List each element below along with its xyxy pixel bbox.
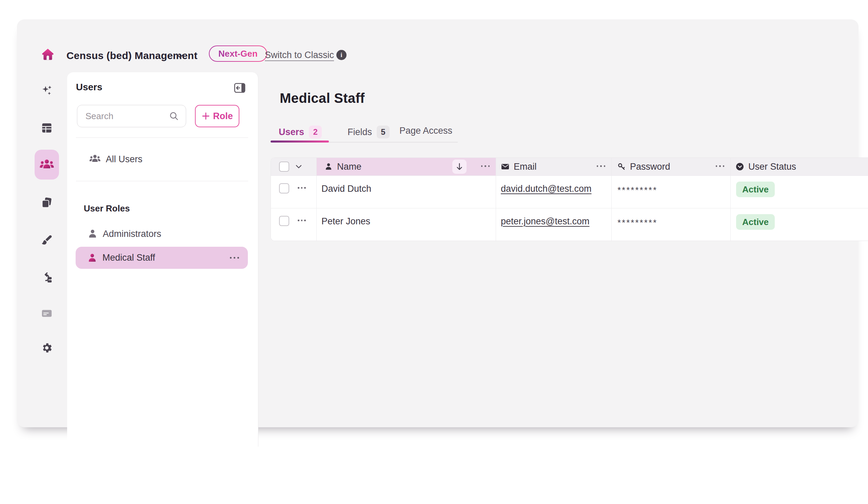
column-header-label: Email (514, 162, 537, 172)
billing-card-icon[interactable] (41, 307, 53, 319)
chevron-down-icon[interactable] (295, 164, 302, 169)
envelope-icon (501, 162, 510, 171)
column-menu-ellipsis-icon[interactable] (481, 165, 490, 167)
cell-name: Peter Jones (321, 216, 370, 227)
key-icon (617, 162, 626, 171)
table-row: Peter Jones peter.jones@test.com *******… (271, 208, 868, 241)
styles-brush-icon[interactable] (41, 234, 53, 246)
tab-count-badge: 5 (377, 125, 390, 139)
column-header-label: User Status (748, 162, 796, 172)
person-icon (87, 229, 98, 239)
cell-password: ********* (618, 185, 658, 195)
plus-icon (202, 112, 210, 121)
role-item-label: Administrators (103, 229, 162, 239)
page-title: Medical Staff (280, 91, 365, 106)
add-role-button-label: Role (213, 111, 233, 121)
users-group-icon (89, 153, 101, 165)
panel-collapse-icon[interactable] (234, 82, 246, 93)
page: Census (bed) Management Next-Gen Switch … (0, 0, 868, 504)
tab-page-access[interactable]: Page Access (400, 125, 452, 136)
row-menu-ellipsis-icon[interactable] (298, 220, 306, 221)
divider (76, 138, 248, 138)
search-icon[interactable] (169, 111, 179, 121)
home-icon[interactable] (41, 47, 55, 61)
info-icon[interactable]: i (336, 50, 347, 60)
column-header-label: Name (337, 162, 361, 172)
users-icon[interactable] (39, 158, 54, 172)
cell-password: ********* (618, 218, 658, 228)
ai-sparkles-icon[interactable] (41, 84, 53, 97)
person-icon (324, 162, 333, 171)
pages-copy-icon[interactable] (41, 196, 53, 209)
column-header-password[interactable]: Password (612, 158, 731, 175)
settings-gear-icon[interactable] (41, 342, 53, 354)
workflow-icon[interactable] (41, 271, 53, 283)
role-item-administrators[interactable]: Administrators (76, 224, 248, 244)
chevron-down-icon[interactable] (176, 53, 185, 59)
column-header-user-status[interactable]: User Status (731, 158, 868, 175)
app-window: Census (bed) Management Next-Gen Switch … (17, 19, 858, 427)
role-menu-ellipsis-icon[interactable] (230, 257, 239, 259)
status-circle-icon (735, 162, 744, 171)
row-menu-ellipsis-icon[interactable] (298, 187, 306, 189)
tab-fields[interactable]: Fields 5 (348, 125, 390, 139)
search-input[interactable] (85, 111, 170, 121)
column-menu-ellipsis-icon[interactable] (716, 165, 725, 167)
add-role-button[interactable]: Role (195, 105, 239, 127)
role-search-box (77, 105, 186, 127)
sidebar-heading: Users (76, 82, 102, 93)
cell-email-link[interactable]: peter.jones@test.com (501, 216, 590, 227)
switch-to-classic-link[interactable]: Switch to Classic (265, 50, 334, 60)
tab-count-badge: 2 (309, 125, 322, 139)
status-badge: Active (736, 214, 775, 230)
users-sidebar-panel: Users Role All Users (67, 72, 258, 447)
table-row: David Dutch david.dutch@test.com *******… (271, 175, 868, 208)
active-tab-underline (271, 141, 329, 142)
column-header-label: Password (630, 162, 670, 172)
tab-label: Users (279, 127, 304, 138)
row-checkbox[interactable] (279, 216, 289, 226)
nextgen-badge-label: Next-Gen (218, 49, 258, 59)
tab-label: Page Access (400, 125, 452, 136)
sidebar-item-all-users[interactable]: All Users (76, 147, 248, 171)
select-all-checkbox[interactable] (279, 162, 289, 172)
role-item-medical-staff[interactable]: Medical Staff (76, 247, 248, 269)
divider (76, 181, 248, 181)
sidebar-item-label: All Users (106, 154, 142, 164)
cell-email-link[interactable]: david.dutch@test.com (501, 184, 592, 194)
table-header-row: Name Email Passwo (271, 158, 868, 175)
person-icon (87, 252, 98, 263)
cell-name: David Dutch (321, 184, 371, 194)
column-header-email[interactable]: Email (496, 158, 612, 175)
column-header-name[interactable]: Name (317, 158, 496, 175)
row-checkbox[interactable] (279, 183, 289, 193)
users-table: Name Email Passwo (271, 158, 868, 241)
user-roles-heading: User Roles (84, 203, 130, 214)
nextgen-badge: Next-Gen (209, 46, 267, 62)
sort-descending-icon[interactable] (452, 160, 466, 174)
column-menu-ellipsis-icon[interactable] (597, 165, 606, 167)
tab-users[interactable]: Users 2 (279, 125, 322, 139)
tables-icon[interactable] (41, 122, 53, 134)
tab-label: Fields (348, 127, 372, 138)
role-item-label: Medical Staff (102, 252, 155, 263)
status-badge: Active (736, 182, 775, 197)
